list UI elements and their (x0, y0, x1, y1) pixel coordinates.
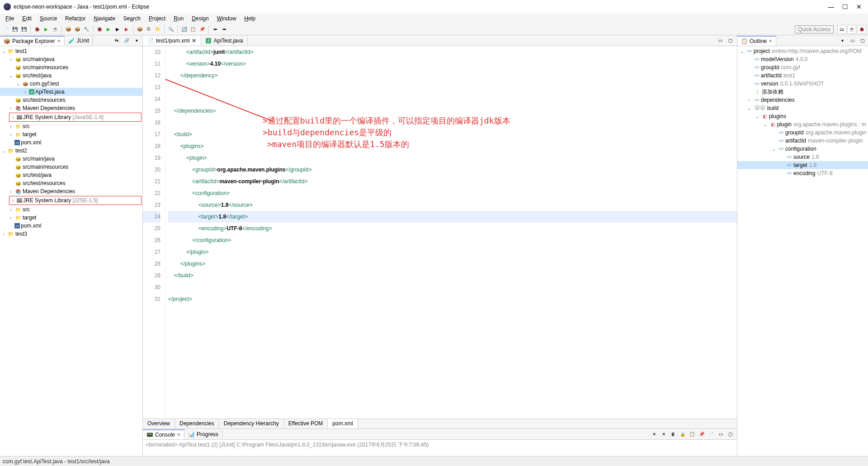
tab-progress[interactable]: 📊 Progress (184, 430, 222, 439)
menu-design[interactable]: Design (188, 14, 212, 23)
toolbar-icon[interactable]: ☕ (51, 25, 59, 33)
console-icon[interactable]: ▢ (726, 430, 734, 438)
tab-console[interactable]: 📟 Console ✕ (143, 429, 184, 439)
save-icon[interactable]: 💾 (11, 25, 19, 33)
tree-folder[interactable]: ›src (0, 205, 142, 214)
debug-icon[interactable]: 🐞 (95, 25, 104, 33)
tree-srcfolder[interactable]: src/test/java (0, 171, 142, 179)
maximize-button[interactable]: ☐ (842, 3, 848, 10)
max-icon[interactable]: ▢ (858, 37, 866, 45)
perspective-icon[interactable]: 🗂 (837, 25, 846, 34)
tab-dephierarchy[interactable]: Dependency Hierarchy (219, 419, 284, 428)
tree-maven-deps[interactable]: ›Maven Dependencies (0, 104, 142, 112)
menu-navigate[interactable]: Navigate (90, 14, 118, 23)
menu-refactor[interactable]: Refactor (61, 14, 89, 23)
tab-package-explorer[interactable]: 📦 Package Explorer ✕ (0, 36, 65, 46)
toolbar-icon[interactable]: 🐞 (33, 25, 41, 33)
console-icon[interactable]: 📌 (698, 430, 706, 438)
tree-project[interactable]: ⌄test2 (0, 147, 142, 155)
min-icon[interactable]: ▭ (848, 37, 856, 45)
toolbar-icon[interactable]: 🔧 (82, 25, 90, 33)
toolbar-icon[interactable]: 📁 (154, 25, 162, 33)
quick-access[interactable]: Quick Access (795, 25, 834, 33)
tree-srcfolder[interactable]: src/main/resources (0, 163, 142, 171)
new-icon[interactable]: 📄 (2, 25, 10, 33)
debug-perspective-icon[interactable]: 🐞 (857, 25, 866, 34)
ext-tools-icon[interactable]: ▶ (123, 25, 131, 33)
tree-pom-file[interactable]: pom.xml (0, 222, 142, 230)
tree-java-file[interactable]: ›ApiTest.java (0, 88, 142, 96)
tree-project[interactable]: ⌄test1 (0, 47, 142, 55)
close-button[interactable]: ✕ (856, 3, 862, 10)
menu-icon[interactable]: ▾ (132, 37, 141, 45)
new-package-icon[interactable]: 📦 (136, 25, 144, 33)
tree-pom-file[interactable]: pom.xml (0, 138, 142, 147)
outline-row[interactable]: ⌄◐plugins (737, 112, 868, 120)
forward-icon[interactable]: ➡ (220, 25, 228, 33)
console-icon[interactable]: 🗑 (669, 430, 677, 438)
menu-search[interactable]: Search (120, 14, 144, 23)
outline-row[interactable]: source1.8 (737, 153, 868, 161)
editor-tab-pom[interactable]: 📄 test1/pom.xml ✕ (143, 36, 201, 45)
tab-dependencies[interactable]: Dependencies (175, 419, 219, 428)
outline-row[interactable]: artifactIdtest1 (737, 71, 868, 80)
toolbar-icon[interactable]: 📦 (73, 25, 81, 33)
code-editor[interactable]: 1011121314151617181920212223242526272829… (143, 46, 737, 418)
tab-effective-pom[interactable]: Effective POM (284, 419, 328, 428)
minimize-icon[interactable]: ▭ (716, 37, 724, 45)
outline-row[interactable]: encodingUTF-8 (737, 169, 868, 177)
outline-row[interactable]: ⌄projectxmlns=http://maven.apache.org/PO… (737, 47, 868, 55)
tree-srcfolder[interactable]: src/test/resources (0, 96, 142, 104)
editor-tab-apitest[interactable]: ApiTest.java (201, 36, 248, 45)
code-body[interactable]: <artifactId>junit</artifactId> <version>… (165, 46, 737, 418)
outline-row[interactable]: groupIdcom.gyf (737, 63, 868, 71)
toolbar-icon[interactable]: 📋 (189, 25, 197, 33)
run-icon[interactable]: ▶ (42, 25, 50, 33)
console-icon[interactable]: 📋 (688, 430, 696, 438)
menu-window[interactable]: Window (213, 14, 240, 23)
back-icon[interactable]: ⬅ (211, 25, 219, 33)
outline-row[interactable]: version0.0.1-SNAPSHOT (737, 80, 868, 88)
tree-folder[interactable]: ›target (0, 130, 142, 138)
menu-project[interactable]: Project (145, 14, 169, 23)
tab-overview[interactable]: Overview (143, 419, 175, 428)
console-icon[interactable]: 🔒 (679, 430, 687, 438)
save-all-icon[interactable]: 💾 (20, 25, 28, 33)
tree-folder[interactable]: ›target (0, 214, 142, 222)
tree-jre-library[interactable]: ›JRE System Library [JavaSE-1.8] (9, 113, 141, 121)
collapse-icon[interactable]: ⇆ (113, 37, 121, 45)
console-icon[interactable]: ✕ (660, 430, 668, 438)
tree-srcfolder[interactable]: src/main/resources (0, 63, 142, 71)
tab-pomxml[interactable]: pom.xml (328, 419, 358, 428)
menu-icon[interactable]: ▾ (838, 37, 846, 45)
minimize-button[interactable]: — (828, 3, 834, 10)
outline-row[interactable]: ⌄configuration (737, 145, 868, 153)
java-perspective-icon[interactable]: ☕ (847, 25, 856, 34)
link-icon[interactable]: 🔗 (123, 37, 131, 45)
outline-row[interactable]: ›dependencies (737, 96, 868, 104)
toolbar-icon[interactable]: 📦 (64, 25, 72, 33)
outline-tree[interactable]: ⌄projectxmlns=http://maven.apache.org/PO… (737, 46, 868, 456)
console-icon[interactable]: 📄 (707, 430, 715, 438)
run-icon[interactable]: ▶ (104, 25, 113, 33)
toolbar-icon[interactable]: 📌 (198, 25, 206, 33)
outline-row[interactable]: ⋮添加依赖 (737, 88, 868, 96)
tab-junit[interactable]: 🧪 JUnit (65, 36, 93, 45)
tab-outline[interactable]: 📋 Outline ✕ (737, 36, 776, 46)
outline-row-selected[interactable]: target1.8 (737, 161, 868, 169)
menu-run[interactable]: Run (170, 14, 187, 23)
outline-row[interactable]: ⌄◐pluginorg.apache.maven.plugins : m (737, 120, 868, 128)
tree-srcfolder[interactable]: ⌄src/test/java (0, 71, 142, 80)
menu-source[interactable]: Source (36, 14, 61, 23)
menu-edit[interactable]: Edit (19, 14, 35, 23)
new-class-icon[interactable]: © (145, 25, 153, 33)
console-icon[interactable]: ▭ (717, 430, 725, 438)
menu-file[interactable]: File (2, 14, 18, 23)
search-icon[interactable]: 🔍 (167, 25, 175, 33)
outline-row[interactable]: groupIdorg.apache.maven.plugin (737, 128, 868, 137)
console-icon[interactable]: ✕ (650, 430, 658, 438)
tree-project[interactable]: ›test3 (0, 230, 142, 238)
outline-row[interactable]: modelVersion4.0.0 (737, 55, 868, 63)
tree-maven-deps[interactable]: ›Maven Dependencies (0, 187, 142, 195)
maximize-icon[interactable]: ▢ (726, 37, 734, 45)
